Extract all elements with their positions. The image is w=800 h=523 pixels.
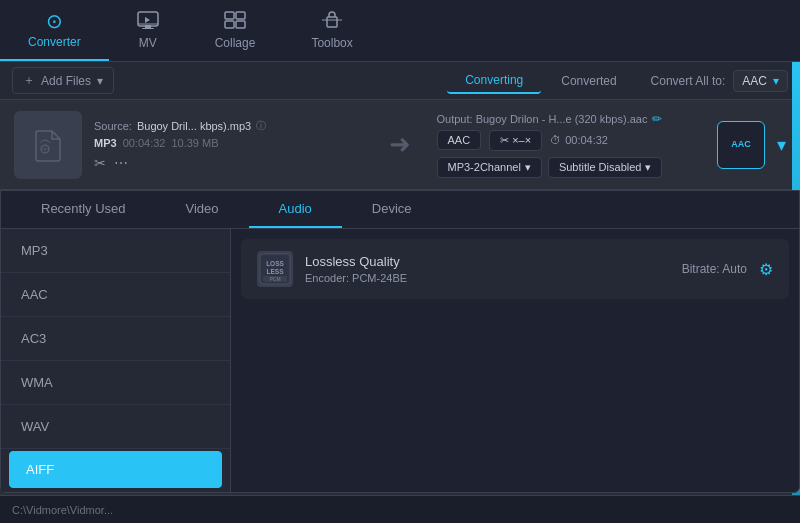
nav-mv[interactable]: MV [109,0,187,61]
status-bar: C:\Vidmore\Vidmor... [0,495,800,523]
nav-converter[interactable]: ⊙ Converter [0,0,109,61]
add-files-button[interactable]: ＋ Add Files ▾ [12,67,114,94]
source-name: Bugoy Dril... kbps).mp3 [137,120,251,132]
output-thumbnail: AAC [717,121,765,169]
edit-icon[interactable]: ✏ [652,112,662,126]
collage-icon [224,11,246,32]
convert-all-select[interactable]: AAC ▾ [733,70,788,92]
file-duration: 00:04:32 [123,137,166,149]
sub-format-badge[interactable]: MP3-2Channel ▾ [437,157,542,178]
svg-text:LESS: LESS [267,268,285,275]
convert-all: Convert All to: AAC ▾ [651,70,788,92]
convert-all-label: Convert All to: [651,74,726,88]
expand-arrow-icon[interactable]: ▾ [777,134,786,156]
quality-name: Lossless Quality [305,254,670,269]
mv-icon [137,11,159,32]
svg-rect-7 [327,17,337,27]
svg-rect-1 [145,25,151,28]
cut-button[interactable]: ✂ [94,155,106,171]
format-aac[interactable]: AAC [1,273,230,317]
format-aiff[interactable]: AIFF [9,451,222,488]
cut-range-badge[interactable]: ✂ ×–× [489,130,542,151]
output-thumb-label: AAC [731,139,751,150]
quality-list: LOSS LESS PCM Lossless Quality Encoder: … [231,229,799,492]
cut-range-icon: ✂ ×–× [500,134,531,147]
output-duration: 00:04:32 [565,134,608,146]
sub-nav-tabs: Converting Converted [447,68,634,94]
top-nav: ⊙ Converter MV Collage [0,0,800,62]
tab-audio[interactable]: Audio [249,191,342,228]
toolbox-label: Toolbox [311,36,352,50]
quality-item-lossless[interactable]: LOSS LESS PCM Lossless Quality Encoder: … [241,239,789,299]
file-meta: MP3 00:04:32 10.39 MB [94,137,363,149]
arrow-area: ➜ [375,129,425,160]
subtitle-badge[interactable]: Subtitle Disabled ▾ [548,157,663,178]
format-sidebar: MP3 AAC AC3 WMA WAV AIFF FLAC [1,229,231,492]
expand-button[interactable]: ⋯ [114,155,128,171]
tab-recently-used[interactable]: Recently Used [11,191,156,228]
output-controls: AAC ✂ ×–× ⏱ 00:04:32 [437,130,706,151]
svg-rect-4 [236,12,245,19]
status-path: C:\Vidmore\Vidmor... [12,504,113,516]
subtitle-chevron-icon: ▾ [645,161,651,174]
format-flac[interactable]: FLAC [1,490,230,492]
quality-icon: LOSS LESS PCM [257,251,293,287]
file-info: Source: Bugoy Dril... kbps).mp3 ⓘ MP3 00… [94,119,363,171]
svg-rect-2 [142,28,154,29]
svg-rect-6 [236,21,245,28]
arrow-icon: ➜ [389,129,411,160]
file-format: MP3 [94,137,117,149]
sub-format-label: MP3-2Channel [448,161,521,173]
file-controls: ✂ ⋯ [94,155,363,171]
output-area: Output: Bugoy Drilon - H...e (320 kbps).… [437,112,706,178]
format-mp3[interactable]: MP3 [1,229,230,273]
converter-icon: ⊙ [46,11,63,31]
quality-bitrate: Bitrate: Auto [682,262,747,276]
output-format-label: AAC [448,134,471,146]
panel-content: MP3 AAC AC3 WMA WAV AIFF FLAC [1,229,799,492]
toolbox-icon [321,11,343,32]
collage-label: Collage [215,36,256,50]
panel-tabs: Recently Used Video Audio Device [1,191,799,229]
output-format-badge[interactable]: AAC [437,130,482,150]
format-wav[interactable]: WAV [1,405,230,449]
format-wma[interactable]: WMA [1,361,230,405]
file-size: 10.39 MB [171,137,218,149]
format-dropdown-panel: Recently Used Video Audio Device MP3 AAC… [0,190,800,493]
tab-converting[interactable]: Converting [447,68,541,94]
file-thumbnail [14,111,82,179]
svg-rect-3 [225,12,234,19]
tab-video[interactable]: Video [156,191,249,228]
sub-nav: ＋ Add Files ▾ Converting Converted Conve… [0,62,800,100]
quality-encoder: Encoder: PCM-24BE [305,272,670,284]
quality-settings-icon[interactable]: ⚙ [759,260,773,279]
time-display: ⏱ 00:04:32 [550,134,608,146]
output-header: Output: Bugoy Drilon - H...e (320 kbps).… [437,112,706,126]
format-ac3[interactable]: AC3 [1,317,230,361]
info-icon[interactable]: ⓘ [256,119,266,133]
quality-info: Lossless Quality Encoder: PCM-24BE [305,254,670,284]
sub-format-chevron-icon: ▾ [525,161,531,174]
clock-icon: ⏱ [550,134,561,146]
svg-rect-5 [225,21,234,28]
tab-converted[interactable]: Converted [543,69,634,93]
output-label: Output: Bugoy Drilon - H...e (320 kbps).… [437,113,648,125]
subtitle-label: Subtitle Disabled [559,161,642,173]
mv-label: MV [139,36,157,50]
converter-label: Converter [28,35,81,49]
svg-text:LOSS: LOSS [266,260,284,267]
convert-chevron-icon: ▾ [773,74,779,88]
svg-text:PCM: PCM [269,276,280,282]
file-area: Source: Bugoy Dril... kbps).mp3 ⓘ MP3 00… [0,100,800,190]
source-label: Source: [94,120,132,132]
add-files-icon: ＋ [23,72,35,89]
add-files-chevron-icon: ▾ [97,74,103,88]
nav-collage[interactable]: Collage [187,0,284,61]
add-files-label: Add Files [41,74,91,88]
file-source: Source: Bugoy Dril... kbps).mp3 ⓘ [94,119,363,133]
convert-format-value: AAC [742,74,767,88]
nav-toolbox[interactable]: Toolbox [283,0,380,61]
tab-device[interactable]: Device [342,191,442,228]
